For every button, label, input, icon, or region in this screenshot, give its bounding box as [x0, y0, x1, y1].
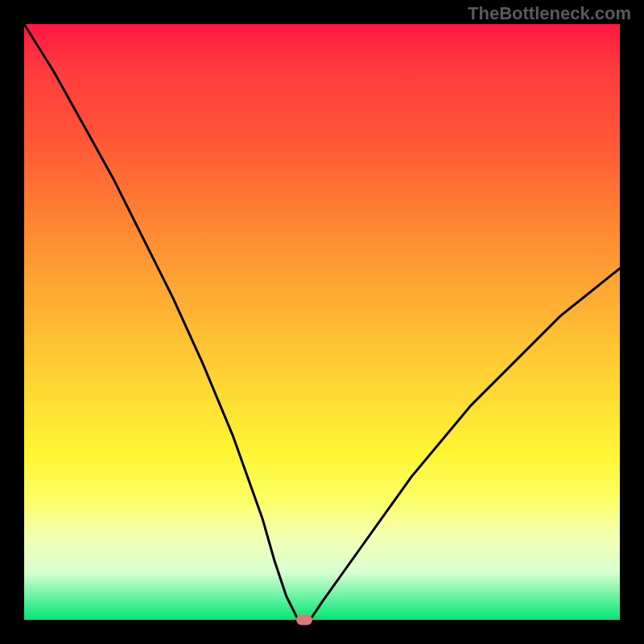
plot-area — [24, 24, 620, 620]
minimum-marker — [296, 615, 312, 625]
watermark-text: TheBottleneck.com — [468, 3, 631, 24]
curve-svg — [24, 24, 620, 620]
bottleneck-curve — [24, 24, 620, 620]
